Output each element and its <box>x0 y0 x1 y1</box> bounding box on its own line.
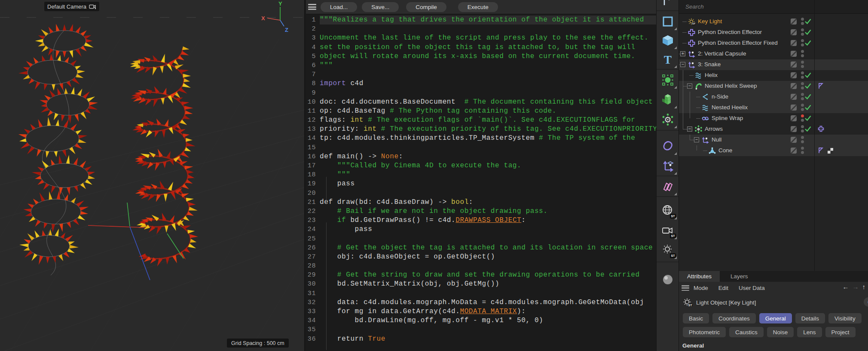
py-cross-tag-icon[interactable] <box>817 125 825 135</box>
field-effector-icon[interactable] <box>658 71 678 89</box>
attribute-menu-icon[interactable] <box>682 285 689 291</box>
camera-object-icon[interactable]: ST <box>658 221 678 240</box>
object-row-3-snake[interactable]: −3: Snake <box>679 59 868 70</box>
layer-toggle[interactable] <box>791 18 797 25</box>
visibility-dot-editor[interactable] <box>801 61 804 64</box>
execute-button[interactable]: Execute <box>458 2 498 12</box>
up-arrow-icon[interactable]: ↑ <box>862 283 866 290</box>
attr-tab-details[interactable]: Details <box>795 313 825 323</box>
visibility-dot-render[interactable] <box>801 119 804 122</box>
visibility-dot-editor[interactable] <box>801 93 804 96</box>
enabled-check-icon[interactable] <box>804 72 812 80</box>
object-search-input[interactable]: Search <box>679 0 868 14</box>
texture-tag-icon[interactable] <box>827 147 834 156</box>
enabled-check-icon[interactable] <box>804 93 812 102</box>
object-row-helix[interactable]: Helix <box>679 70 868 81</box>
camera-label[interactable]: Default Camera <box>44 2 99 11</box>
collapse-icon[interactable]: − <box>687 126 692 132</box>
object-row-2-vertical-capsule[interactable]: +2: Vertical Capsule <box>679 49 868 59</box>
load-button[interactable]: Load... <box>321 2 357 12</box>
visibility-dot-editor[interactable] <box>801 125 804 128</box>
visibility-dot-render[interactable] <box>801 22 804 25</box>
text-spline-icon[interactable]: T <box>658 50 678 69</box>
visibility-dot-render[interactable] <box>801 129 804 132</box>
light-object-icon[interactable]: ST <box>658 241 678 260</box>
object-row-python-direction-effector[interactable]: Python Direction Effector <box>679 27 868 38</box>
object-row-spline-wrap[interactable]: Spline Wrap <box>679 113 868 124</box>
layer-toggle[interactable] <box>791 137 797 143</box>
code-editor[interactable]: 1"""Realizes a tag that drives the orien… <box>306 15 656 351</box>
collapse-icon[interactable]: − <box>694 137 699 142</box>
menu-edit[interactable]: Edit <box>718 285 728 291</box>
attr-tab-photometric[interactable]: Photometric <box>683 327 726 337</box>
object-row-nested-heelix[interactable]: Nested Heelix <box>679 102 868 113</box>
save-button[interactable]: Save... <box>362 2 399 12</box>
attr-tab-project[interactable]: Project <box>825 327 856 337</box>
visibility-dot-editor[interactable] <box>801 71 804 74</box>
attr-tab-coordinates[interactable]: Coordinates <box>712 313 756 323</box>
enabled-check-icon[interactable] <box>804 83 812 91</box>
layer-toggle[interactable] <box>791 51 797 57</box>
enabled-check-icon[interactable] <box>804 126 812 134</box>
layer-toggle[interactable] <box>791 72 797 78</box>
visibility-dot-editor[interactable] <box>801 82 804 85</box>
visibility-dot-editor[interactable] <box>801 147 804 150</box>
visibility-dot-render[interactable] <box>801 97 804 100</box>
enabled-check-icon[interactable] <box>804 29 812 37</box>
visibility-dot-editor[interactable] <box>801 104 804 107</box>
visibility-dot-render[interactable] <box>801 43 804 46</box>
deformer-icon[interactable] <box>658 137 678 156</box>
visibility-dot-render[interactable] <box>801 86 804 89</box>
layer-toggle[interactable] <box>791 94 797 100</box>
visibility-dot-editor[interactable] <box>801 28 804 31</box>
expand-icon[interactable]: + <box>680 51 685 56</box>
attr-tab-lens[interactable]: Lens <box>797 327 822 337</box>
axis-gizmo[interactable]: Y X Z <box>256 1 296 33</box>
visibility-dot-render[interactable] <box>801 76 804 79</box>
visibility-dot-render[interactable] <box>801 108 804 111</box>
visibility-dot-editor[interactable] <box>801 18 804 21</box>
editor-menu-icon[interactable] <box>308 4 316 10</box>
layer-toggle[interactable] <box>791 105 797 111</box>
cloner-icon[interactable]: ⚙ <box>658 110 678 129</box>
attr-tab-general[interactable]: General <box>759 313 792 323</box>
object-row-nested-helix-sweep[interactable]: −Nested Helix Sweep <box>679 81 868 92</box>
visibility-dot-editor[interactable] <box>801 50 804 53</box>
rectangle-spline-icon[interactable] <box>658 12 678 31</box>
enabled-check-icon[interactable] <box>804 115 812 123</box>
enabled-check-icon[interactable] <box>804 40 812 48</box>
object-row-arrows[interactable]: −Arrows <box>679 124 868 135</box>
collapse-icon[interactable]: − <box>680 62 685 67</box>
attr-tab-visibility[interactable]: Visibility <box>828 313 862 323</box>
menu-mode[interactable]: Mode <box>694 285 708 291</box>
layer-toggle[interactable] <box>791 115 797 121</box>
forward-arrow-icon[interactable]: → <box>853 283 859 290</box>
visibility-dot-editor[interactable] <box>801 39 804 42</box>
object-row-n-side[interactable]: n-Side <box>679 92 868 102</box>
menu-user-data[interactable]: User Data <box>739 285 765 291</box>
object-row-key-light[interactable]: STKey Light <box>679 16 868 27</box>
visibility-dot-render[interactable] <box>801 140 804 143</box>
layer-toggle[interactable] <box>791 148 797 154</box>
flag-tag-icon[interactable] <box>817 82 825 92</box>
visibility-dot-render[interactable] <box>801 65 804 68</box>
attr-tab-noise[interactable]: Noise <box>767 327 794 337</box>
collapse-icon[interactable]: − <box>687 83 692 89</box>
jump-arrow-icon[interactable] <box>658 0 678 9</box>
compile-button[interactable]: Compile <box>406 2 446 12</box>
custom-button-clipped[interactable]: C <box>864 297 868 307</box>
object-row-null[interactable]: −Null <box>679 135 868 145</box>
visibility-dot-editor[interactable] <box>801 136 804 139</box>
enabled-check-icon[interactable] <box>804 104 812 112</box>
layer-toggle[interactable] <box>791 40 797 46</box>
object-row-cone[interactable]: Cone <box>679 145 868 156</box>
section-header-general[interactable]: General <box>682 342 704 349</box>
visibility-dot-render[interactable] <box>801 151 804 154</box>
object-row-python-direction-effector-fixed[interactable]: Python Direction Effector Fixed <box>679 38 868 49</box>
layer-toggle[interactable] <box>791 83 797 89</box>
material-sphere-icon[interactable] <box>658 270 678 289</box>
volume-builder-icon[interactable] <box>658 90 678 109</box>
cube-primitive-icon[interactable] <box>658 31 678 50</box>
attr-tab-caustics[interactable]: Caustics <box>729 327 764 337</box>
sky-object-icon[interactable]: ST <box>658 201 678 220</box>
